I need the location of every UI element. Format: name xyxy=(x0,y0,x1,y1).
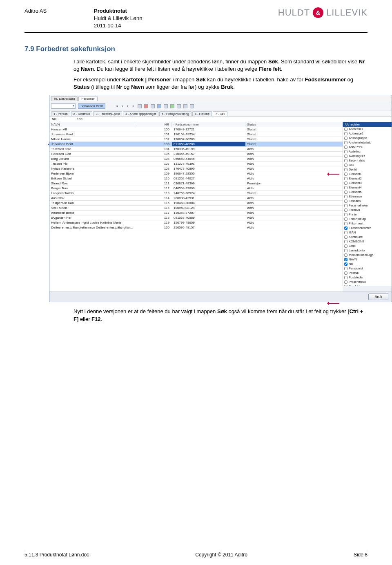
field-option-checkbox[interactable] xyxy=(344,240,347,243)
table-row[interactable]: Testperson Kari115190460-38804Aktiv xyxy=(49,201,343,206)
field-option[interactable]: Fra år xyxy=(343,212,392,217)
nav-next-icon[interactable]: › xyxy=(127,104,129,108)
table-row[interactable]: Aas Olav114280830-42531Aktiv xyxy=(49,196,343,201)
field-option-checkbox[interactable] xyxy=(344,195,347,198)
toolbar-icon-6[interactable] xyxy=(170,104,174,108)
window-tab[interactable]: Personer xyxy=(78,96,97,101)
field-option-checkbox[interactable] xyxy=(344,213,347,216)
table-row[interactable]: Vist Ruben116100950-02124Aktiv xyxy=(49,206,343,211)
table-row[interactable]: Berg Jorunn106050550-44645Aktiv xyxy=(49,157,343,161)
field-option-checkbox[interactable] xyxy=(344,209,347,212)
field-option[interactable]: AvdelingNR xyxy=(343,154,392,158)
field-option[interactable]: Etternavn xyxy=(343,194,392,199)
field-option-checkbox[interactable] xyxy=(344,137,347,140)
field-option[interactable]: IBAN xyxy=(343,230,392,235)
field-option[interactable]: Fødselsnummer xyxy=(343,226,392,230)
sub-tab[interactable]: 3 - Telefon/E-post xyxy=(93,111,122,116)
table-row[interactable]: Eriksen Sidsel110091262-44027Aktiv xyxy=(49,176,343,181)
field-option[interactable]: Frikort beløp xyxy=(343,217,392,221)
field-option[interactable]: Element3 xyxy=(343,181,392,185)
table-row[interactable]: Nyhus Karianne108170473-40895Aktiv xyxy=(49,166,343,171)
table-row[interactable]: ▸Johansen Berit103011059-40288Sluttet xyxy=(49,142,343,147)
toolbar-icon-7[interactable] xyxy=(177,104,181,108)
toolbar-icon-5[interactable] xyxy=(164,104,168,108)
field-option[interactable]: Dørlid xyxy=(343,167,392,172)
nav-first-icon[interactable]: « xyxy=(115,104,118,108)
table-row[interactable]: Holmsen Geir105210455-49157Aktiv xyxy=(49,152,343,157)
field-option-checkbox[interactable] xyxy=(344,164,347,167)
sub-tab[interactable]: 4 - Andre opplysninger xyxy=(123,111,158,116)
field-option-checkbox[interactable] xyxy=(344,253,347,257)
field-option[interactable]: Avdeling xyxy=(343,149,392,154)
field-option[interactable]: Addresse2 xyxy=(343,131,392,136)
field-option-checkbox[interactable] xyxy=(344,249,347,252)
field-option[interactable]: Element4 xyxy=(343,185,392,190)
col-navn[interactable]: NAVN xyxy=(49,122,135,127)
field-option-checkbox[interactable] xyxy=(344,262,347,266)
field-option[interactable]: KOMSONE xyxy=(343,239,392,244)
field-option[interactable]: Addresse1 xyxy=(343,127,392,131)
field-option[interactable]: BIC xyxy=(343,163,392,167)
field-option[interactable]: Prosjekt xyxy=(343,284,392,286)
field-option-checkbox[interactable] xyxy=(344,244,347,248)
bruk-button[interactable]: Bruk xyxy=(368,294,388,300)
table-row[interactable]: Detteerentestpålangtetternavn Detteerent… xyxy=(49,225,343,230)
field-option-checkbox[interactable] xyxy=(344,168,347,171)
field-option-checkbox[interactable] xyxy=(344,159,347,162)
sub-tab[interactable]: 1 - Person xyxy=(51,111,70,116)
sub-tab[interactable]: 5 - Pensjonsordning xyxy=(159,111,192,116)
field-option-checkbox[interactable] xyxy=(344,177,347,180)
field-option-checkbox[interactable] xyxy=(344,226,347,230)
field-option-checkbox[interactable] xyxy=(344,146,347,149)
table-row[interactable]: Berger Toro112040569-33099Aktiv xyxy=(49,186,343,191)
table-row[interactable]: Strand Roar111030871-48369Permisjon xyxy=(49,181,343,186)
field-option-checkbox[interactable] xyxy=(344,155,347,158)
table-row[interactable]: Nilsen Hanne102130857-36289Sluttet xyxy=(49,137,343,142)
field-option[interactable]: Begynt dato xyxy=(343,158,392,163)
sub-tab[interactable]: 7 - Søk xyxy=(213,111,227,116)
field-option[interactable]: Ansiennitetsdato xyxy=(343,140,392,145)
toolbar-selected-name[interactable]: Johansen Berit xyxy=(78,103,105,109)
field-option[interactable]: Fornavn xyxy=(343,208,392,212)
nav-last-icon[interactable]: » xyxy=(131,104,135,108)
field-option-checkbox[interactable] xyxy=(344,267,347,270)
nav-prev-icon[interactable]: ‹ xyxy=(121,104,124,108)
table-row[interactable]: Øygarden Per118051063-40589Aktiv xyxy=(49,215,343,220)
table-row[interactable]: Tralsen Pål107131275-49391Aktiv xyxy=(49,161,343,166)
field-option-checkbox[interactable] xyxy=(344,182,347,185)
table-row[interactable]: Hansen Alf100170649-32721Sluttet xyxy=(49,127,343,132)
field-option[interactable]: Fastlønn xyxy=(343,199,392,203)
field-option-checkbox[interactable] xyxy=(344,285,347,286)
field-option-checkbox[interactable] xyxy=(344,132,347,135)
field-option-checkbox[interactable] xyxy=(344,222,347,225)
field-option[interactable]: Land xyxy=(343,244,392,248)
table-row[interactable]: Tollefsen Tore104150385-49199Aktiv xyxy=(49,147,343,152)
field-option[interactable]: Ansattgruppe xyxy=(343,136,392,140)
field-option-checkbox[interactable] xyxy=(344,150,347,153)
field-option-checkbox[interactable] xyxy=(344,173,347,176)
toolbar-icon-9[interactable] xyxy=(190,104,194,108)
field-option[interactable]: Element1 xyxy=(343,172,392,176)
field-option-checkbox[interactable] xyxy=(344,271,347,275)
field-option[interactable]: Frikort rest xyxy=(343,221,392,226)
table-row[interactable]: Langnes Torleiv113240759-38574Sluttet xyxy=(49,191,343,196)
field-option-checkbox[interactable] xyxy=(344,217,347,221)
field-option-checkbox[interactable] xyxy=(344,235,347,239)
toolbar-icon-4[interactable] xyxy=(157,104,161,108)
field-option[interactable]: Lønnskonto xyxy=(343,248,392,253)
field-option-checkbox[interactable] xyxy=(344,128,347,131)
field-option[interactable]: Element5 xyxy=(343,190,392,194)
toolbar-delete-icon[interactable] xyxy=(144,104,148,108)
field-option[interactable]: Pensjonist xyxy=(343,266,392,271)
table-row[interactable]: Pedersen Bjørn109190647-28555Aktiv xyxy=(49,171,343,176)
field-option[interactable]: Prosenttrekk xyxy=(343,280,392,284)
field-option-checkbox[interactable] xyxy=(344,141,347,144)
field-option-checkbox[interactable] xyxy=(344,276,347,279)
col-nr[interactable]: NR xyxy=(135,122,172,127)
toolbar-combo[interactable] xyxy=(51,103,76,109)
sub-tab[interactable]: 6 - Historie xyxy=(192,111,212,116)
toolbar-icon-3[interactable] xyxy=(151,104,155,108)
filter-value[interactable]: 103 xyxy=(77,117,82,121)
field-option-checkbox[interactable] xyxy=(344,258,347,261)
field-option-checkbox[interactable] xyxy=(344,191,347,194)
